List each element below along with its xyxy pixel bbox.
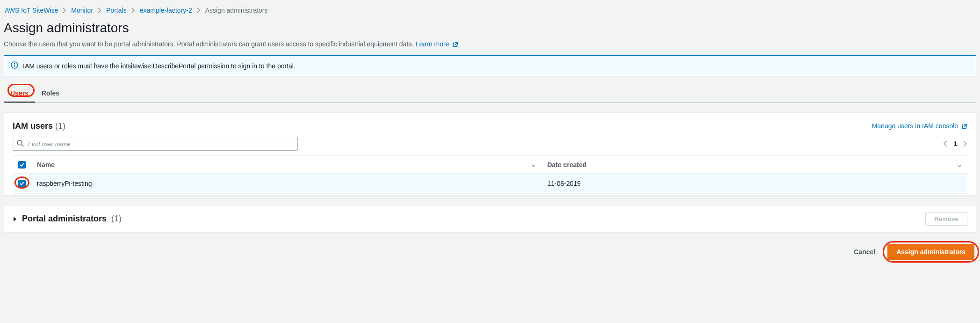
search-box <box>13 137 298 151</box>
chevron-right-icon <box>197 7 201 13</box>
cell-name: raspberryPi-testing <box>31 174 541 193</box>
chevron-right-icon <box>131 7 135 13</box>
remove-button[interactable]: Remove <box>925 212 967 226</box>
breadcrumb-link-monitor[interactable]: Monitor <box>71 7 93 14</box>
chevron-right-icon <box>63 7 66 13</box>
pager-prev[interactable] <box>943 140 948 147</box>
page-title: Assign administrators <box>4 21 976 36</box>
breadcrumb-link-portal-name[interactable]: example-factory-2 <box>140 7 192 14</box>
svg-point-3 <box>17 140 22 145</box>
sort-caret-icon <box>531 161 536 169</box>
portal-admins-title: Portal administrators <box>22 214 107 224</box>
column-header-name[interactable]: Name <box>31 156 541 174</box>
pager-next[interactable] <box>963 140 967 147</box>
iam-users-table: Name Date created <box>13 155 967 193</box>
table-row[interactable]: raspberryPi-testing 11-08-2019 <box>13 174 967 193</box>
breadcrumb: AWS IoT SiteWise Monitor Portals example… <box>4 4 976 19</box>
iam-users-count: (1) <box>55 121 65 131</box>
breadcrumb-current: Assign administrators <box>205 7 268 14</box>
assign-administrators-button[interactable]: Assign administrators <box>887 244 974 260</box>
cell-date-created: 11-08-2019 <box>541 174 967 193</box>
chevron-right-icon <box>98 7 101 13</box>
tab-users[interactable]: Users <box>4 85 35 103</box>
sort-caret-icon <box>957 161 962 169</box>
svg-rect-2 <box>14 65 14 67</box>
tabs: Users Roles <box>4 85 976 103</box>
column-date-label: Date created <box>547 161 586 169</box>
tab-roles[interactable]: Roles <box>35 85 66 103</box>
manage-users-link[interactable]: Manage users in IAM console <box>872 122 967 131</box>
portal-admins-panel: Portal administrators (1) Remove <box>4 205 976 233</box>
expand-toggle[interactable] <box>13 216 17 222</box>
footer-actions: Cancel Assign administrators <box>4 244 976 260</box>
iam-users-title-text: IAM users <box>13 121 53 131</box>
pagination: 1 <box>943 140 967 147</box>
select-all-checkbox[interactable] <box>18 161 26 169</box>
learn-more-label: Learn more <box>416 40 449 48</box>
portal-admins-count: (1) <box>111 214 122 224</box>
learn-more-link[interactable]: Learn more <box>416 40 458 48</box>
page-description-text: Choose the users that you want to be por… <box>4 40 416 48</box>
external-link-icon <box>962 123 967 131</box>
search-input[interactable] <box>13 137 298 151</box>
iam-users-panel: IAM users (1) Manage users in IAM consol… <box>4 112 976 196</box>
iam-users-title: IAM users (1) <box>13 121 65 131</box>
cancel-button[interactable]: Cancel <box>848 244 881 259</box>
breadcrumb-link-sitewise[interactable]: AWS IoT SiteWise <box>5 7 58 14</box>
external-link-icon <box>453 41 458 49</box>
breadcrumb-link-portals[interactable]: Portals <box>106 7 127 14</box>
pager-page-num: 1 <box>953 140 957 147</box>
info-message: IAM users or roles must have the iotsite… <box>23 62 295 70</box>
column-header-date-created[interactable]: Date created <box>541 156 967 174</box>
svg-point-1 <box>14 63 15 64</box>
row-checkbox[interactable] <box>18 180 26 187</box>
search-icon <box>16 139 24 148</box>
info-alert: IAM users or roles must have the iotsite… <box>4 55 976 76</box>
manage-users-label: Manage users in IAM console <box>872 122 958 130</box>
page-description: Choose the users that you want to be por… <box>4 40 976 49</box>
info-icon <box>11 61 18 70</box>
column-name-label: Name <box>37 161 55 169</box>
